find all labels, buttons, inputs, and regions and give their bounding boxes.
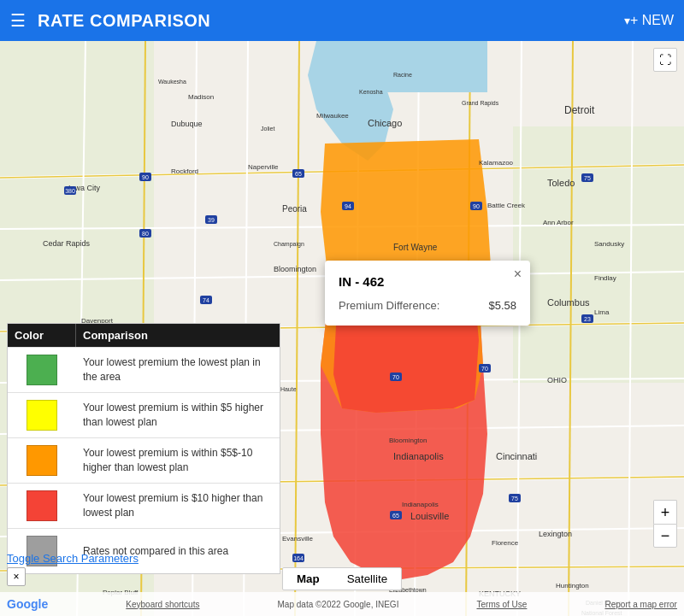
svg-text:Indianapolis: Indianapolis xyxy=(402,501,439,508)
popup-close-button[interactable]: × xyxy=(514,267,522,281)
legend-row: Your lowest premium is within $5 higher … xyxy=(8,392,280,437)
svg-text:Cedar Rapids: Cedar Rapids xyxy=(43,239,91,248)
svg-text:Columbus: Columbus xyxy=(547,297,590,308)
svg-text:OHIO: OHIO xyxy=(547,376,567,384)
legend-color-header: Color xyxy=(8,324,76,347)
svg-text:90: 90 xyxy=(473,203,480,209)
svg-text:Madison: Madison xyxy=(188,93,214,101)
menu-icon[interactable]: ☰ xyxy=(10,10,26,31)
popup-premium-value: $5.58 xyxy=(488,299,516,312)
svg-text:Sandusky: Sandusky xyxy=(594,240,624,248)
legend-text-cell: Your lowest premium is $10 higher than l… xyxy=(76,486,280,525)
color-swatch xyxy=(27,400,57,431)
legend-row: Rates not compared in this area xyxy=(8,528,280,573)
svg-text:Champaign: Champaign xyxy=(274,241,304,248)
toggle-search-link[interactable]: Toggle Search Parameters xyxy=(7,552,139,565)
svg-text:Milwaukee: Milwaukee xyxy=(316,112,349,120)
svg-rect-29 xyxy=(359,41,487,92)
svg-text:70: 70 xyxy=(481,366,488,372)
svg-text:Peoria: Peoria xyxy=(282,204,307,214)
svg-text:Kalamazoo: Kalamazoo xyxy=(479,159,514,167)
svg-text:Huntington: Huntington xyxy=(556,582,589,590)
legend-text-cell: Your lowest premium is within $5$-10 hig… xyxy=(76,441,280,480)
svg-text:Rockford: Rockford xyxy=(171,167,198,175)
svg-text:Detroit: Detroit xyxy=(564,104,595,116)
svg-text:164: 164 xyxy=(293,555,304,561)
svg-text:Findlay: Findlay xyxy=(594,274,616,282)
expand-map-button[interactable]: ⛶ xyxy=(653,48,677,72)
chevron-down-icon[interactable]: ▾ xyxy=(624,14,630,27)
svg-text:65: 65 xyxy=(392,513,399,519)
svg-text:Chicago: Chicago xyxy=(368,118,402,128)
legend-row: Your lowest premium is within $5$-10 hig… xyxy=(8,437,280,483)
map-type-toggle: Map Satellite xyxy=(282,567,402,590)
color-swatch xyxy=(27,355,57,385)
legend-color-cell xyxy=(8,348,76,392)
legend-header: Color Comparison xyxy=(8,324,280,347)
map-bottom-bar: Google Keyboard shortcuts Map data ©2022… xyxy=(0,592,684,616)
svg-text:Dubuque: Dubuque xyxy=(171,120,203,128)
popup-detail-row: Premium Difference: $5.58 xyxy=(339,299,516,312)
satellite-view-button[interactable]: Satellite xyxy=(333,568,401,590)
svg-text:Toledo: Toledo xyxy=(547,178,575,188)
app-header: ☰ RATE COMPARISON ▾ + NEW xyxy=(0,0,684,41)
legend-text-cell: Your lowest premium is within $5 higher … xyxy=(76,396,280,435)
svg-text:Florence: Florence xyxy=(492,539,519,547)
svg-text:Fort Wayne: Fort Wayne xyxy=(393,243,438,252)
legend-text-cell: Your lowest premium the lowest plan in t… xyxy=(76,350,280,390)
svg-text:39: 39 xyxy=(208,217,215,223)
svg-text:Bloomington: Bloomington xyxy=(274,265,316,273)
legend-row: Your lowest premium is $10 higher than l… xyxy=(8,483,280,528)
svg-text:Lexington: Lexington xyxy=(539,530,572,538)
svg-text:94: 94 xyxy=(345,203,351,209)
svg-text:Evansville: Evansville xyxy=(282,535,314,543)
new-button[interactable]: + NEW xyxy=(630,13,674,28)
map-container[interactable]: Chicago Peoria Bloomington Fort Wayne In… xyxy=(0,41,684,616)
google-logo: Google xyxy=(7,597,48,611)
zoom-in-button[interactable]: + xyxy=(653,500,677,524)
map-view-button[interactable]: Map xyxy=(283,568,333,590)
region-popup: × IN - 462 Premium Difference: $5.58 xyxy=(325,261,530,326)
report-link[interactable]: Report a map error xyxy=(604,600,676,609)
svg-text:Grand Rapids: Grand Rapids xyxy=(462,100,499,107)
svg-text:Waukesha: Waukesha xyxy=(158,79,186,85)
svg-text:Bloomington: Bloomington xyxy=(389,437,427,444)
svg-text:380: 380 xyxy=(65,188,75,194)
svg-text:Naperville: Naperville xyxy=(248,163,279,171)
legend-row: Your lowest premium the lowest plan in t… xyxy=(8,347,280,392)
svg-text:Louisville: Louisville xyxy=(410,511,449,521)
svg-text:80: 80 xyxy=(142,231,149,237)
svg-text:74: 74 xyxy=(203,297,209,303)
close-x-button[interactable]: × xyxy=(7,567,26,586)
terms-link[interactable]: Terms of Use xyxy=(477,600,528,609)
svg-text:Indianapolis: Indianapolis xyxy=(393,451,444,461)
svg-text:23: 23 xyxy=(584,316,591,322)
legend-rows: Your lowest premium the lowest plan in t… xyxy=(8,347,280,573)
page-title: RATE COMPARISON xyxy=(38,11,619,31)
legend-comparison-header: Comparison xyxy=(76,324,280,347)
svg-text:65: 65 xyxy=(295,171,302,177)
legend-panel: Color Comparison Your lowest premium the… xyxy=(7,323,280,574)
legend-color-cell xyxy=(8,484,76,528)
color-swatch xyxy=(27,445,57,476)
svg-text:Cincinnati: Cincinnati xyxy=(496,451,537,461)
popup-title: IN - 462 xyxy=(339,274,516,289)
svg-text:75: 75 xyxy=(584,175,591,181)
legend-color-cell xyxy=(8,393,76,437)
zoom-controls: + − xyxy=(653,500,677,548)
svg-text:Battle Creek: Battle Creek xyxy=(487,202,526,209)
zoom-out-button[interactable]: − xyxy=(653,524,677,548)
svg-text:Lima: Lima xyxy=(594,308,610,316)
svg-text:Kenosha: Kenosha xyxy=(359,89,383,95)
svg-text:Joliet: Joliet xyxy=(261,126,274,132)
svg-text:Ann Arbor: Ann Arbor xyxy=(543,219,574,226)
color-swatch xyxy=(27,490,57,521)
svg-text:Racine: Racine xyxy=(393,72,412,78)
keyboard-shortcuts-link[interactable]: Keyboard shortcuts xyxy=(126,600,199,609)
svg-text:90: 90 xyxy=(142,174,149,180)
legend-color-cell xyxy=(8,438,76,483)
popup-premium-label: Premium Difference: xyxy=(339,299,439,312)
map-data-label: Map data ©2022 Google, INEGI xyxy=(278,600,399,609)
svg-text:75: 75 xyxy=(511,496,518,502)
svg-text:70: 70 xyxy=(392,374,399,380)
